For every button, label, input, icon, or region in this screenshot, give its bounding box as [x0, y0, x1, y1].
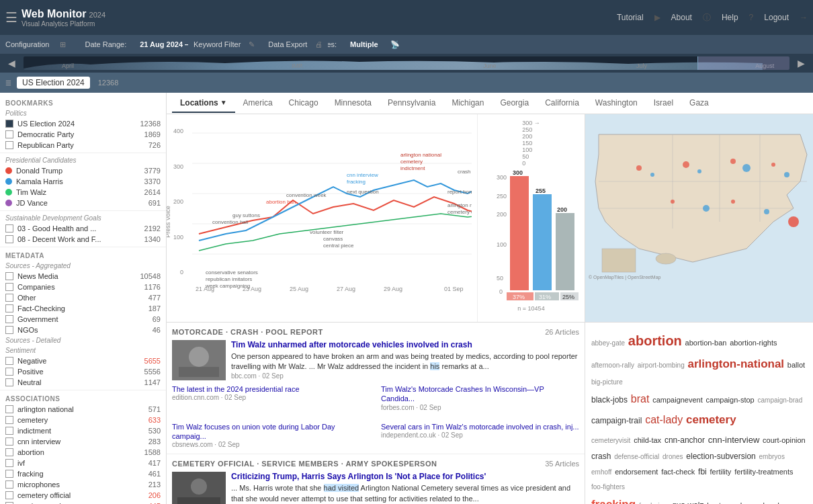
checkbox-ivf[interactable] [5, 459, 13, 467]
sidebar-item-neutral[interactable]: Neutral 1147 [0, 377, 166, 388]
wc-black-jobs[interactable]: black-jobs [591, 393, 628, 408]
checkbox-republican[interactable] [5, 141, 13, 149]
wc-embryos[interactable]: embryos [759, 451, 785, 463]
sidebar-assoc-service-members[interactable]: service members 445 [0, 501, 166, 504]
checkbox-indictment[interactable] [5, 427, 13, 435]
checkbox-us-election[interactable] [5, 120, 13, 128]
sidebar-assoc-arlington[interactable]: arlington national 571 [0, 404, 166, 415]
article-link-forbes-title[interactable]: Tim Walz's Motorcade Crashes In Wisconsi… [381, 384, 579, 404]
wc-arlington-national[interactable]: arlington-national [688, 354, 785, 375]
wc-cnn-interview[interactable]: cnn-interview [708, 432, 760, 448]
wc-cemeteryvisit[interactable]: cemeteryvisit [591, 435, 630, 447]
article-title-motorcade[interactable]: Tim Walz unharmed after motorcade vehicl… [231, 340, 579, 349]
checkbox-other[interactable] [5, 294, 13, 302]
wc-abortion-rights[interactable]: abortion-rights [730, 337, 777, 350]
wc-big-picture[interactable]: big-picture [591, 376, 623, 388]
wc-fracking[interactable]: fracking [591, 495, 636, 504]
checkbox-cemetery[interactable] [5, 416, 13, 424]
sidebar-item-news-media[interactable]: News Media 10548 [0, 271, 166, 282]
wc-campaign-trail[interactable]: campaign-trail [591, 414, 642, 429]
wc-gus-walz[interactable]: gus-walz [672, 499, 703, 504]
data-export-button[interactable]: Data Export [268, 40, 307, 48]
checkbox-fact-checking[interactable] [5, 304, 13, 312]
sidebar-assoc-cemetery-official[interactable]: cemetery official 206 [0, 490, 166, 501]
wc-election-subversion[interactable]: election-subversion [686, 450, 755, 464]
wc-hostages[interactable]: hostages [707, 499, 737, 504]
sidebar-assoc-indictment[interactable]: indictment 530 [0, 425, 166, 436]
wc-fact-check[interactable]: fact-check [661, 466, 695, 479]
sidebar-assoc-microphones[interactable]: microphones 213 [0, 479, 166, 490]
sidebar-assoc-cnn-interview[interactable]: cnn interview 283 [0, 436, 166, 447]
checkbox-arlington[interactable] [5, 405, 13, 413]
wc-child-tax[interactable]: child-tax [634, 434, 661, 448]
sidebar-item-vance[interactable]: JD Vance 691 [0, 198, 166, 208]
wc-abortion-ban[interactable]: abortion-ban [685, 337, 727, 350]
tab-america[interactable]: America [235, 94, 281, 113]
tab-michigan[interactable]: Michigan [443, 94, 492, 113]
wc-fertility-treatments[interactable]: fertility-treatments [734, 466, 793, 479]
article-link-independent-title[interactable]: Several cars in Tim Walz's motorcade inv… [381, 422, 579, 431]
checkbox-negative[interactable] [5, 357, 13, 365]
tab-gaza[interactable]: Gaza [681, 94, 717, 113]
logout-link[interactable]: Logout [764, 13, 789, 22]
timeline-track[interactable]: April IMP. June July August [24, 56, 789, 70]
tab-chicago[interactable]: Chicago [281, 94, 327, 113]
tab-california[interactable]: California [537, 94, 587, 113]
wc-fundraiser[interactable]: fundraiser [639, 500, 669, 504]
sidebar-item-democratic[interactable]: Democratic Party 1869 [0, 129, 166, 140]
sidebar-assoc-cemetery[interactable]: cemetery 633 [0, 415, 166, 425]
wc-brat[interactable]: brat [631, 390, 650, 409]
bookmark-current[interactable]: US Election 2024 [17, 77, 90, 89]
checkbox-sdg08[interactable] [5, 235, 13, 243]
tab-pennsylvania[interactable]: Pennsylvania [380, 94, 443, 113]
help-link[interactable]: Help [722, 13, 738, 22]
sidebar-assoc-ivf[interactable]: ivf 417 [0, 458, 166, 468]
checkbox-cemetery-official[interactable] [5, 491, 13, 499]
checkbox-sdg03[interactable] [5, 224, 13, 233]
tutorial-link[interactable]: Tutorial [617, 13, 644, 22]
checkbox-ngos[interactable] [5, 326, 13, 334]
wc-campaign-stop[interactable]: campaign-stop [706, 394, 755, 407]
about-link[interactable]: About [671, 13, 692, 22]
wc-abortion[interactable]: abortion [628, 329, 682, 353]
wc-cemetery[interactable]: cemetery [686, 410, 736, 431]
wc-ballot[interactable]: ballot [787, 359, 805, 372]
keyword-filter-button[interactable]: Keyword Filter [194, 40, 241, 48]
wc-house-band[interactable]: house-band [740, 499, 779, 504]
checkbox-government[interactable] [5, 315, 13, 323]
wc-crash[interactable]: crash [591, 450, 611, 464]
tab-georgia[interactable]: Georgia [492, 94, 537, 113]
sidebar-item-negative[interactable]: Negative 5655 [0, 355, 166, 366]
wc-campaign-brad[interactable]: campaign-brad [758, 394, 803, 407]
wc-afternoon-rally[interactable]: afternoon-rally [591, 360, 634, 372]
article-link-cbsnews-title[interactable]: Tim Walz focuses on union vote during La… [172, 422, 370, 442]
checkbox-neutral[interactable] [5, 378, 13, 386]
wc-cat-lady[interactable]: cat-lady [645, 411, 683, 430]
wc-cnn-anchor[interactable]: cnn-anchor [665, 433, 705, 448]
sidebar-item-walz[interactable]: Tim Walz 2614 [0, 187, 166, 198]
timeline-right-btn[interactable]: ▶ [795, 58, 808, 69]
configuration-button[interactable]: Configuration [5, 40, 49, 48]
checkbox-news-media[interactable] [5, 272, 13, 280]
wc-endorsement[interactable]: endorsement [615, 466, 658, 479]
wc-emhoff[interactable]: emhoff [591, 466, 611, 478]
checkbox-fracking[interactable] [5, 470, 13, 478]
sidebar-item-companies[interactable]: Companies 1176 [0, 282, 166, 292]
sidebar-item-ngos[interactable]: NGOs 46 [0, 325, 166, 335]
article-title-cemetery[interactable]: Criticizing Trump, Harris Says Arlington… [231, 472, 579, 481]
tab-locations[interactable]: Locations ▼ [172, 94, 235, 113]
checkbox-positive[interactable] [5, 368, 13, 376]
tab-washington[interactable]: Washington [587, 94, 646, 113]
wc-fertility[interactable]: fertility [710, 466, 732, 479]
checkbox-abortion[interactable] [5, 448, 13, 456]
sidebar-item-us-election[interactable]: US Election 2024 12368 [0, 118, 166, 129]
checkbox-democratic[interactable] [5, 130, 13, 138]
sidebar-item-government[interactable]: Government 69 [0, 314, 166, 325]
checkbox-cnn-interview[interactable] [5, 437, 13, 446]
checkbox-microphones[interactable] [5, 480, 13, 489]
sidebar-item-fact-checking[interactable]: Fact-Checking 187 [0, 303, 166, 314]
map-area[interactable]: © OpenMapTiles | OpenStreetMap [585, 114, 813, 322]
wc-airport-bombing[interactable]: airport-bombing [638, 360, 685, 372]
sidebar-item-sdg08[interactable]: 08 - Decent Work and F... 1340 [0, 234, 166, 245]
tab-minnesota[interactable]: Minnesota [327, 94, 380, 113]
